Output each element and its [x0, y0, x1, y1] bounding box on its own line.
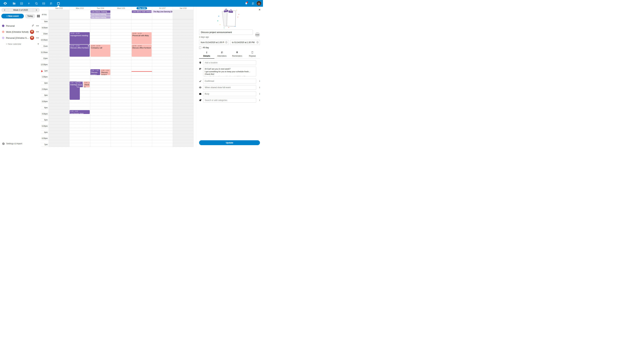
gear-icon: [2, 142, 5, 145]
calendar-list: Personal ••• Work (Christine Schott) •••…: [0, 23, 41, 47]
time-gutter: 9am9:30am10am10:30am11am11:30am12pm12:30…: [41, 19, 49, 147]
settings-import-button[interactable]: Settings & import: [0, 140, 41, 147]
mail-icon: [42, 2, 45, 5]
shared-by-avatar: [30, 30, 34, 34]
all-day-cell[interactable]: Line dance main rehearsal: [131, 10, 152, 19]
app-mail[interactable]: [40, 0, 47, 7]
contacts-menu-button[interactable]: [250, 0, 256, 7]
confetti-dot: [217, 20, 218, 21]
day-column[interactable]: 10:00 - 11:00Phonecall with Abby11:00 - …: [131, 19, 152, 147]
app-calendar[interactable]: [55, 0, 62, 7]
day-header-row: Sun 1/12Mon 1/13Tue 1/14Wed 1/15Thu 1/16…: [41, 7, 194, 10]
status-row: i: [199, 79, 260, 83]
new-event-button[interactable]: + New event: [1, 14, 24, 18]
status-select[interactable]: [203, 79, 256, 83]
calendar-event[interactable]: 2:00 - 2:30check-in: [77, 81, 83, 87]
app-contacts[interactable]: [47, 0, 55, 7]
title-row: 2 days ago ●●●: [199, 29, 260, 40]
app-files[interactable]: [10, 0, 18, 7]
calendar-event[interactable]: 10:00 - 11:00Phonecall with Abby: [132, 32, 152, 44]
day-column[interactable]: 10:00 - 11:00management meeting11:00 - 1…: [69, 19, 90, 147]
visibility-select[interactable]: [203, 85, 256, 90]
calendar-event[interactable]: 11:00 - 12:00Discuss office furniture: [70, 44, 90, 57]
logo-circle: [4, 2, 6, 4]
last-modified-label: 2 days ago: [199, 36, 253, 38]
update-button[interactable]: Update: [199, 140, 260, 145]
today-button[interactable]: Today: [25, 14, 35, 18]
calendar-event[interactable]: 1:00 - 1:30Discuss project: [100, 69, 110, 75]
notifications-button[interactable]: [243, 0, 250, 7]
all-day-cell[interactable]: [49, 10, 69, 19]
nextcloud-logo[interactable]: [0, 0, 10, 7]
start-datetime-input[interactable]: [199, 40, 229, 45]
time-label: 11am: [44, 45, 48, 47]
description-row: Hi Carl! are you in next week? I got som…: [199, 67, 260, 77]
calendar-event[interactable]: 2:00 - 2:30check-in: [84, 81, 90, 87]
app-talk[interactable]: [32, 0, 40, 7]
event-title-input[interactable]: [199, 29, 253, 35]
all-day-event[interactable]: Line dance training: [90, 16, 110, 18]
end-datetime-input[interactable]: [230, 40, 260, 45]
all-day-cell[interactable]: The Big Line Dancing Show: [152, 10, 172, 19]
location-input[interactable]: [203, 60, 256, 65]
visibility-info-icon[interactable]: i: [256, 86, 260, 89]
location-pin-icon: [199, 61, 203, 64]
calendar-actions-menu[interactable]: •••: [36, 37, 39, 39]
calendar-color-dot: [2, 37, 4, 39]
calendar-actions-menu[interactable]: •••: [36, 31, 39, 33]
calendar-item-personal-christine[interactable]: Personal (Christine Schott) •••: [0, 35, 41, 41]
user-avatar[interactable]: [256, 1, 261, 6]
description-textarea[interactable]: Hi Carl! are you in next week? I got som…: [203, 67, 256, 76]
new-calendar-button[interactable]: + New calendar +: [0, 41, 41, 47]
calendar-event[interactable]: 1:00 - 1:30Discuss project announcement: [90, 69, 100, 75]
all-day-event[interactable]: Line dance main rehearsal: [132, 10, 152, 13]
all-day-cell[interactable]: [69, 10, 90, 19]
event-actions-menu-button[interactable]: ●●●: [255, 32, 260, 37]
day-column[interactable]: 11:00 - 12:00Company call1:00 - 1:30Disc…: [90, 19, 111, 147]
time-label: 9am: [44, 20, 48, 22]
day-header: Fri 1/17: [152, 7, 172, 10]
all-day-event[interactable]: Line Dance Training: [90, 10, 110, 13]
app-activity[interactable]: [25, 0, 32, 7]
calendar-actions-menu[interactable]: •••: [36, 25, 39, 27]
categories-info-icon[interactable]: i: [256, 99, 260, 102]
calendar-event[interactable]: 4:20 - 4:40purchasing dept: [70, 110, 90, 114]
tab-reminders[interactable]: Reminders: [230, 50, 245, 58]
calendar-event[interactable]: 11:00 - 12:00Discuss office furniture: [132, 44, 152, 57]
calendar-item-personal[interactable]: Personal •••: [0, 23, 41, 29]
day-column[interactable]: [173, 19, 194, 147]
week-view-toggle[interactable]: [37, 15, 40, 17]
calendar-event[interactable]: 10:00 - 11:00management meeting: [70, 32, 90, 44]
freebusy-select[interactable]: [203, 91, 256, 96]
tab-attendees[interactable]: Attendees: [214, 50, 230, 58]
confetti-plus: +: [220, 24, 220, 25]
time-label: 1pm: [44, 70, 48, 72]
time-label: 12:30pm: [41, 63, 48, 65]
all-day-cell[interactable]: Line Dance TrainingLine dance trainingLi…: [90, 10, 111, 19]
all-day-cell[interactable]: [173, 10, 194, 19]
categories-input[interactable]: [203, 98, 256, 103]
close-icon[interactable]: ✕: [258, 8, 260, 11]
week-label[interactable]: Week 3 of 2020: [8, 8, 33, 12]
previous-week-button[interactable]: [1, 8, 8, 12]
calendar-event[interactable]: 11:00 - 12:00Company call: [90, 44, 110, 57]
time-label: 9:30am: [42, 27, 48, 29]
status-info-icon[interactable]: i: [256, 80, 260, 82]
share-link-icon[interactable]: [32, 24, 34, 27]
all-day-cell[interactable]: [111, 10, 131, 19]
app-photos[interactable]: [18, 0, 25, 7]
tab-details[interactable]: Details: [199, 50, 214, 58]
tab-repeat[interactable]: Repeat: [245, 50, 260, 58]
all-day-checkbox[interactable]: [199, 46, 201, 49]
freebusy-info-icon[interactable]: i: [256, 92, 260, 95]
day-column[interactable]: [111, 19, 131, 147]
day-column[interactable]: [152, 19, 172, 147]
calendar-item-work-christine[interactable]: Work (Christine Schott) •••: [0, 29, 41, 35]
day-header: Tue 1/14: [90, 7, 111, 10]
all-day-event[interactable]: Line dance training: [90, 13, 110, 16]
next-week-button[interactable]: [33, 8, 40, 12]
visibility-row: i: [199, 85, 260, 90]
all-day-event[interactable]: The Big Line Dancing Show: [152, 10, 172, 13]
day-column[interactable]: [49, 19, 69, 147]
info-icon: [206, 51, 208, 54]
